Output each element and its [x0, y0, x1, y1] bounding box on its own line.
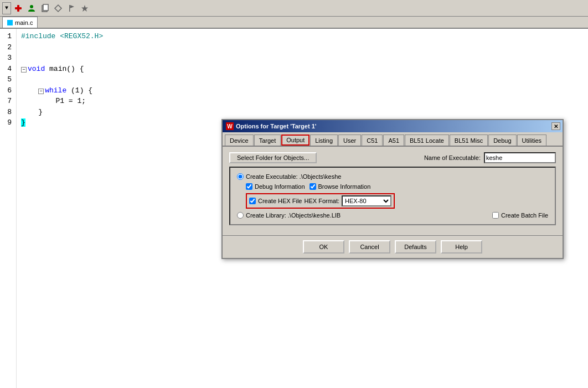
tab-label: main.c [15, 19, 33, 26]
diamond-icon [54, 4, 63, 13]
debug-info-item: Debug Information [246, 183, 305, 190]
browse-info-item: Browse Information [310, 183, 371, 190]
toolbar-btn-6[interactable] [79, 2, 91, 14]
cancel-button[interactable]: Cancel [349, 240, 390, 254]
dialog-title-text: Options for Target 'Target 1' [236, 123, 316, 130]
name-of-executable-label: Name of Executable: [424, 154, 481, 161]
hex-highlight-box: Create HEX File HEX Format: HEX-80 HEX-3… [246, 193, 395, 209]
dialog-body: Select Folder for Objects... Name of Exe… [223, 147, 563, 235]
code-line-5 [21, 74, 584, 85]
tab-debug[interactable]: Debug [488, 134, 516, 146]
dialog-titlebar: W Options for Target 'Target 1' ✕ [223, 120, 563, 132]
executable-name-input[interactable] [484, 152, 556, 163]
hex-format-label: HEX Format: [304, 198, 339, 204]
dialog-tabs: Device Target Output Listing User C51 A5… [223, 132, 563, 147]
create-executable-row: Create Executable: .\Objects\keshe [237, 173, 548, 180]
select-folder-button[interactable]: Select Folder for Objects... [229, 152, 317, 163]
toolbar-btn-1[interactable] [12, 2, 24, 14]
create-executable-radio[interactable] [237, 173, 244, 180]
tab-target[interactable]: Target [254, 134, 281, 146]
main-c-tab[interactable]: main.c [2, 17, 38, 28]
dialog-close-button[interactable]: ✕ [551, 122, 560, 130]
person-icon [27, 4, 36, 13]
create-library-radio[interactable] [237, 212, 244, 219]
create-library-label: Create Library: .\Objects\keshe.LIB [246, 212, 341, 219]
flag-icon [67, 4, 76, 13]
hex-file-row: Create HEX File HEX Format: HEX-80 HEX-3… [246, 193, 548, 209]
svg-marker-5 [55, 5, 61, 12]
defaults-button[interactable]: Defaults [395, 240, 436, 254]
svg-marker-8 [81, 5, 88, 12]
create-executable-label: Create Executable: .\Objects\keshe [246, 173, 341, 180]
dialog-title-left: W Options for Target 'Target 1' [226, 122, 316, 130]
code-line-3 [21, 53, 584, 64]
folder-row: Select Folder for Objects... Name of Exe… [229, 152, 556, 163]
debug-info-label: Debug Information [255, 183, 305, 190]
create-hex-label: Create HEX File [258, 198, 302, 204]
debug-info-checkbox[interactable] [246, 183, 252, 190]
toolbar-btn-3[interactable] [39, 2, 51, 14]
code-line-4: −void main() { [21, 64, 584, 75]
wrench-icon [14, 4, 23, 13]
create-batch-row: Create Batch File [492, 212, 548, 219]
create-batch-label: Create Batch File [501, 212, 548, 219]
toolbar-btn-4[interactable] [52, 2, 64, 14]
tab-file-icon [7, 20, 13, 25]
tab-output[interactable]: Output [281, 134, 310, 146]
toolbar: ▼ [0, 0, 588, 17]
svg-point-2 [30, 5, 33, 8]
star-icon [80, 4, 89, 13]
inner-options-panel: Create Executable: .\Objects\keshe Debug… [229, 167, 556, 225]
line-numbers: 1 2 3 4 5 6 7 8 9 [0, 29, 17, 388]
code-line-8: } [21, 107, 584, 118]
toolbar-btn-5[interactable] [65, 2, 78, 14]
lib-batch-row: Create Library: .\Objects\keshe.LIB Crea… [237, 212, 548, 219]
svg-rect-4 [43, 4, 48, 11]
ok-button[interactable]: OK [303, 240, 344, 254]
collapse-icon-4[interactable]: − [21, 67, 27, 73]
browse-info-label: Browse Information [318, 183, 371, 190]
toolbar-dropdown[interactable]: ▼ [2, 2, 11, 14]
svg-rect-1 [17, 5, 19, 12]
dialog-footer: OK Cancel Defaults Help [223, 235, 563, 258]
tab-listing[interactable]: Listing [310, 134, 338, 146]
code-line-1: #include <REGX52.H> [21, 31, 584, 42]
create-batch-checkbox[interactable] [492, 212, 499, 219]
tab-bl51-misc[interactable]: BL51 Misc [450, 134, 488, 146]
tab-utilities[interactable]: Utilities [517, 134, 546, 146]
copy-icon [40, 4, 49, 13]
help-button[interactable]: Help [441, 240, 482, 254]
code-line-2 [21, 42, 584, 53]
browse-info-checkbox[interactable] [310, 183, 316, 190]
create-hex-checkbox[interactable] [249, 198, 256, 204]
tab-bar: main.c [0, 17, 588, 29]
tab-bl51-locate[interactable]: BL51 Locate [405, 134, 449, 146]
svg-rect-6 [69, 5, 70, 12]
dialog-title-icon: W [226, 122, 234, 130]
hex-format-select[interactable]: HEX-80 HEX-386 [342, 195, 391, 206]
dropdown-arrow-icon: ▼ [5, 5, 8, 11]
svg-marker-7 [70, 5, 75, 8]
debug-browse-row: Debug Information Browse Information [246, 183, 548, 190]
tab-a51[interactable]: A51 [383, 134, 404, 146]
tab-c51[interactable]: C51 [362, 134, 383, 146]
create-library-row: Create Library: .\Objects\keshe.LIB [237, 212, 341, 219]
toolbar-btn-2[interactable] [25, 2, 38, 14]
collapse-icon-6[interactable]: − [38, 89, 44, 94]
code-line-6: −while (1) { [21, 85, 584, 96]
tab-user[interactable]: User [338, 134, 361, 146]
tab-device[interactable]: Device [225, 134, 254, 146]
code-line-7: P1 = 1; [21, 96, 584, 107]
options-dialog: W Options for Target 'Target 1' ✕ Device… [221, 119, 564, 259]
